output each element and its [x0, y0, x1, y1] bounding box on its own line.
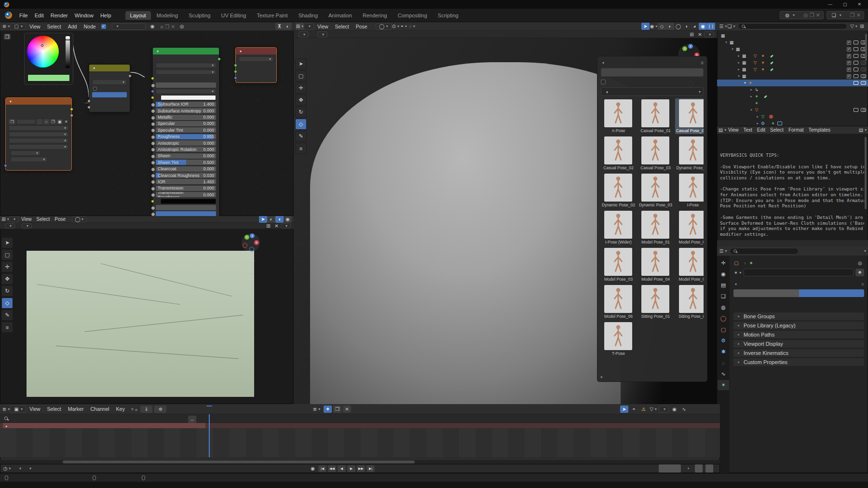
data-name-field[interactable]	[744, 269, 854, 276]
material-datablock[interactable]: ◉⌀ ❐ ✕	[149, 23, 175, 30]
unlink-icon[interactable]: ✕	[64, 119, 68, 124]
workspace-tab[interactable]: Rendering	[358, 11, 392, 20]
outliner-row[interactable]: ✶	[717, 100, 868, 107]
color-output-socket[interactable]	[128, 74, 132, 78]
panel-menu-icon[interactable]: ≡	[701, 60, 704, 66]
editor-type-icon[interactable]: ≣▾	[2, 406, 10, 413]
show-overlays-icon[interactable]: ◐	[666, 23, 674, 30]
drag-dropdown[interactable]: ▾	[22, 223, 32, 229]
emission-color-swatch[interactable]	[161, 199, 216, 204]
summary-channel[interactable]: ▸	[0, 423, 720, 428]
render-toggle[interactable]	[861, 61, 866, 65]
snap-icon[interactable]: ⊼	[275, 23, 284, 30]
shading-material-icon[interactable]: ◕	[691, 23, 699, 30]
extension-dropdown[interactable]: ▾	[9, 138, 68, 143]
properties-tab[interactable]: ✱	[718, 347, 729, 357]
orientation-dropdown[interactable]: ▾	[298, 31, 309, 38]
principled-bsdf-node[interactable]: ▾ ▾ ▾ ▾ Subsurface IOR1.400Subsurface An…	[152, 47, 219, 216]
workspace-tab[interactable]: Texture Paint	[252, 11, 292, 20]
exclude-checkbox[interactable]: ✓	[847, 68, 851, 72]
end-frame-field[interactable]	[705, 464, 713, 473]
image-icon[interactable]: ❒	[9, 119, 15, 124]
subsurface-color-socket[interactable]	[151, 96, 154, 99]
snap-magnet-icon[interactable]: ◓▾	[400, 23, 408, 30]
dope-menu-item[interactable]: Key	[113, 406, 128, 412]
select-box-tool[interactable]: ▢	[295, 70, 307, 81]
workspace-tab[interactable]: Sculpting	[184, 11, 215, 20]
only-selected-icon[interactable]: ➤	[620, 406, 628, 413]
alpha-slider[interactable]	[156, 211, 216, 216]
outliner-row[interactable]: ▸▦ ▽✶ ✓	[717, 59, 868, 66]
shading-solid-icon[interactable]: ◉	[284, 216, 292, 223]
fake-user-icon[interactable]: ○	[43, 119, 49, 124]
pose-asset[interactable]: Dynamic Pose_02	[601, 173, 636, 208]
pose-asset[interactable]: Model Pose_06	[601, 284, 636, 320]
rotate-tool[interactable]: ↻	[295, 107, 307, 118]
volume-input-socket[interactable]	[234, 70, 237, 73]
current-frame-field[interactable]	[659, 464, 681, 473]
viewport-menu-item[interactable]: Select	[332, 24, 353, 29]
minimize-button[interactable]: —	[828, 2, 832, 7]
target-dropdown[interactable]: ▾	[239, 56, 273, 62]
editor-type-icon[interactable]: ◷▾	[3, 465, 11, 472]
value-slider[interactable]: Transmission0.000	[156, 186, 216, 191]
viewport-menu-item[interactable]: View	[314, 24, 332, 29]
cursor-tool[interactable]: ✛	[295, 82, 307, 94]
viewport-menu-item[interactable]: View	[19, 217, 34, 222]
viewport-toggle[interactable]	[854, 47, 858, 51]
pose-asset[interactable]: Casual Pose_02	[601, 136, 636, 171]
viewport-toggle[interactable]	[854, 61, 858, 65]
properties-tab[interactable]: ∿	[718, 369, 729, 379]
outliner-row[interactable]: ▸▽	[717, 113, 868, 120]
editor-type-icon[interactable]: ▤▾	[719, 126, 726, 134]
rotate-tool[interactable]: ↻	[1, 285, 13, 297]
multiply-node[interactable]: ▾ ▾	[89, 64, 130, 112]
open-image-icon[interactable]: ▣	[57, 119, 63, 124]
outliner-row-selected[interactable]: ▾✶	[717, 80, 868, 86]
select-tool-icon[interactable]: ➤	[259, 216, 267, 223]
pose-asset[interactable]: Sitting Pose_01	[638, 284, 673, 320]
shader-menu-item[interactable]: Select	[44, 24, 65, 29]
properties-search-input[interactable]	[730, 248, 799, 255]
pose-asset[interactable]: Model Pose_02	[675, 210, 704, 245]
fac-slider[interactable]	[92, 92, 127, 97]
shading-rendered-icon[interactable]: ◉	[699, 23, 707, 30]
jump-to-start-button[interactable]: |◀	[318, 465, 326, 472]
pose-asset[interactable]: I-Pose (Wider)	[601, 210, 636, 245]
render-toggle[interactable]	[861, 68, 866, 71]
exclude-checkbox[interactable]: ✓	[847, 61, 851, 65]
slot-dropdown[interactable]: ▾	[112, 23, 146, 30]
users-count-button[interactable]	[37, 119, 42, 124]
pin-icon[interactable]: ◎	[178, 23, 186, 30]
blend-mode-dropdown[interactable]: ▾	[92, 80, 127, 85]
sss-method-dropdown[interactable]: ▾	[156, 69, 216, 75]
new-image-icon[interactable]: ❐	[50, 119, 56, 124]
shader-node-canvas[interactable]: ❒ ▾ ▾ ▾ ❒	[0, 31, 294, 216]
alpha-mode-dropdown[interactable]: ▾	[11, 157, 47, 162]
workspace-tab[interactable]: Compositing	[393, 11, 432, 20]
value-slider[interactable]: Clearcoat Roughness0.030	[156, 173, 216, 178]
measure-tool[interactable]: ≡	[1, 322, 13, 333]
subsurface-slider[interactable]	[156, 82, 216, 88]
dope-hscrollbar[interactable]	[0, 460, 720, 464]
clamp-checkbox[interactable]	[93, 87, 97, 91]
transform-tool[interactable]: ◇	[1, 298, 13, 309]
value-slider[interactable]: Subsurface IOR1.400	[156, 102, 216, 107]
pose-asset[interactable]: Casual Pose_01	[638, 98, 673, 134]
axis-x-negative[interactable]	[243, 243, 247, 248]
dope-menu-item[interactable]: Channel	[87, 406, 112, 412]
workspace-tab[interactable]: Modeling	[152, 11, 183, 20]
collapsed-panel-header[interactable]: ▸Motion Paths	[733, 331, 864, 339]
asset-source-dropdown[interactable]: ◑▾	[601, 87, 704, 96]
value-slider[interactable]: Clearcoat0.000	[156, 166, 216, 172]
viewport-canvas[interactable]: ➤ ▢ ✛ ✥ ↻ ◇ ✎ ≡ X Y Z	[0, 230, 294, 404]
pin-icon[interactable]: ◎	[856, 259, 864, 267]
outliner-row[interactable]: ▾▦ ✓	[717, 46, 868, 53]
hide-channels-icon[interactable]: ◓	[630, 406, 638, 413]
exclude-checkbox[interactable]: ✓	[847, 41, 851, 45]
emission-strength-slider[interactable]	[156, 205, 216, 210]
render-toggle[interactable]	[861, 108, 866, 112]
text-menu-item[interactable]: View	[726, 127, 741, 133]
pose-asset[interactable]: Dynamic Pose_01	[675, 136, 704, 171]
value-slider[interactable]: Transmission Roughness0.000	[156, 192, 216, 197]
